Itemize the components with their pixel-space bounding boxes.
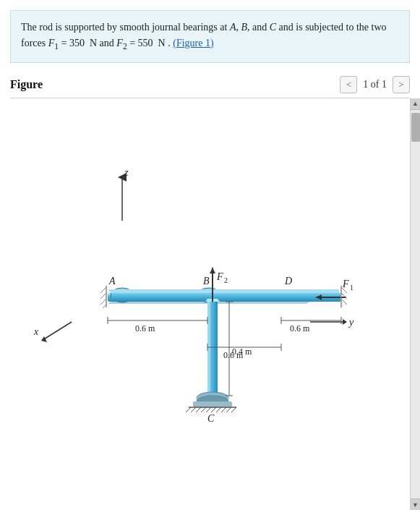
figure-content: z x y bbox=[0, 98, 410, 510]
scrollbar: ▲ ▼ bbox=[410, 98, 420, 510]
svg-text:D: D bbox=[284, 276, 292, 286]
svg-line-2 bbox=[43, 322, 72, 340]
svg-line-26 bbox=[186, 407, 191, 412]
svg-line-27 bbox=[191, 407, 196, 412]
svg-text:2: 2 bbox=[224, 276, 228, 284]
svg-line-32 bbox=[216, 407, 221, 412]
figure-header: Figure < 1 of 1 > bbox=[0, 63, 420, 98]
svg-text:0.6 m: 0.6 m bbox=[290, 323, 310, 333]
svg-line-35 bbox=[231, 407, 236, 412]
problem-text: The rod is supported by smooth journal b… bbox=[10, 10, 410, 63]
svg-rect-24 bbox=[193, 401, 232, 407]
svg-text:y: y bbox=[348, 317, 354, 328]
svg-text:z: z bbox=[124, 167, 129, 178]
svg-line-45 bbox=[100, 299, 106, 305]
svg-text:A: A bbox=[108, 276, 116, 286]
svg-line-31 bbox=[211, 407, 216, 412]
scroll-thumb[interactable] bbox=[411, 113, 420, 142]
svg-line-44 bbox=[100, 293, 106, 299]
svg-text:x: x bbox=[33, 326, 39, 337]
svg-text:F: F bbox=[342, 279, 349, 289]
svg-rect-19 bbox=[207, 302, 210, 394]
next-button[interactable]: > bbox=[393, 76, 410, 93]
svg-text:0.6 m: 0.6 m bbox=[135, 323, 155, 333]
svg-line-43 bbox=[100, 287, 106, 293]
svg-line-30 bbox=[206, 407, 211, 412]
svg-text:F: F bbox=[216, 271, 223, 282]
figure-link[interactable]: (Figure 1) bbox=[173, 38, 213, 48]
prev-button[interactable]: < bbox=[340, 76, 357, 93]
scroll-down-button[interactable]: ▼ bbox=[411, 498, 421, 510]
svg-marker-41 bbox=[210, 268, 215, 273]
figure-area: z x y bbox=[0, 98, 420, 510]
svg-text:C: C bbox=[207, 413, 215, 424]
page-info: 1 of 1 bbox=[363, 79, 387, 90]
scroll-up-button[interactable]: ▲ bbox=[411, 98, 421, 110]
svg-line-34 bbox=[226, 407, 231, 412]
svg-text:1: 1 bbox=[350, 284, 353, 292]
svg-line-33 bbox=[221, 407, 226, 412]
svg-line-29 bbox=[201, 407, 206, 412]
svg-marker-36 bbox=[281, 289, 339, 293]
svg-marker-15 bbox=[108, 289, 310, 293]
svg-text:B: B bbox=[203, 276, 210, 286]
svg-text:0.4 m: 0.4 m bbox=[232, 347, 252, 357]
svg-line-50 bbox=[341, 299, 347, 305]
figure-nav: < 1 of 1 > bbox=[340, 76, 410, 93]
svg-marker-6 bbox=[343, 319, 347, 325]
figure-label: Figure bbox=[10, 78, 340, 91]
diagram-svg: z x y bbox=[28, 163, 382, 445]
svg-line-28 bbox=[196, 407, 201, 412]
